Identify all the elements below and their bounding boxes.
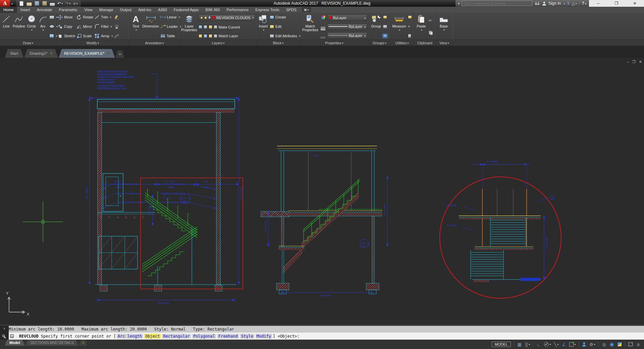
logo-menu-arrow-icon[interactable] — [11, 1, 13, 6]
new-drawing-tab-button[interactable]: + — [116, 50, 124, 58]
panel-label-modify[interactable]: Modify — [56, 40, 129, 46]
file-tab-close-icon[interactable]: ✕ — [107, 52, 110, 55]
file-tab-close-icon[interactable]: ✕ — [50, 52, 53, 55]
panel-label-layers[interactable]: Layers — [180, 40, 257, 46]
command-input-line[interactable]: REVCLOUD Specify first corner point or [… — [9, 333, 644, 340]
layer-freeze-icon[interactable] — [209, 25, 212, 29]
layer-walk-icon[interactable] — [199, 34, 202, 38]
model-tab[interactable]: Model — [5, 340, 25, 346]
annotation-monitor-icon[interactable] — [582, 342, 586, 347]
isometric-drafting-icon[interactable]: ╲ — [554, 342, 558, 347]
tab-home[interactable]: Home — [0, 7, 17, 13]
undo-icon[interactable]: ↶ — [57, 1, 63, 6]
maximize-button[interactable]: ❐ — [611, 1, 622, 6]
new-file-icon[interactable] — [19, 1, 24, 6]
workspace-gear-icon[interactable]: ⚙ — [589, 342, 595, 347]
panel-label-view[interactable]: View — [436, 40, 453, 46]
option-modify[interactable]: Modify — [256, 334, 272, 339]
tab-parametric[interactable]: Parametric — [56, 7, 81, 13]
drawing-restore-icon[interactable]: ❐ — [632, 60, 636, 64]
linetype-list-icon[interactable] — [321, 37, 326, 38]
command-close-icon[interactable]: ✕ — [3, 327, 5, 330]
layer-prev-icon[interactable] — [204, 34, 207, 38]
copy-clip-icon[interactable] — [429, 30, 433, 35]
model-space-button[interactable]: MODEL — [492, 342, 511, 347]
tab-annotate[interactable]: Annotate — [33, 7, 55, 13]
panel-label-properties[interactable]: Properties — [300, 40, 369, 46]
redo-icon[interactable]: ↷ — [65, 1, 70, 6]
search-binoculars-icon[interactable] — [534, 1, 540, 6]
panel-label-clipboard[interactable]: Clipboard — [414, 40, 436, 46]
circle-button[interactable]: Circle — [26, 14, 37, 39]
option-arc-length[interactable]: Arc length — [117, 334, 143, 339]
sign-in-button[interactable]: Sign In — [548, 1, 561, 6]
option-polygonal[interactable]: Polygonal — [192, 334, 216, 339]
base-button[interactable]: Base — [437, 14, 450, 39]
paste-button[interactable]: Paste — [415, 14, 427, 39]
panel-label-annotation[interactable]: Annotation — [129, 40, 180, 46]
lineweight-list-icon[interactable] — [321, 27, 326, 30]
recent-commands-icon[interactable] — [10, 334, 14, 338]
measure-button[interactable]: Measure — [392, 14, 407, 39]
insert-button[interactable]: Insert — [258, 14, 268, 39]
lineweight-dropdown[interactable]: ByLayer — [327, 23, 367, 30]
new-layout-button[interactable]: + — [79, 340, 87, 346]
option-object[interactable]: Object — [144, 334, 161, 339]
plot-icon[interactable] — [50, 1, 55, 6]
customization-icon[interactable]: ≡ — [636, 342, 641, 347]
panel-label-groups[interactable]: Groups — [369, 40, 390, 46]
save-as-icon[interactable] — [42, 1, 47, 6]
arc-button[interactable]: Arc — [38, 14, 48, 39]
qat-customize-icon[interactable]: = — [73, 1, 78, 6]
file-tab-start[interactable]: Start — [5, 49, 23, 58]
cut-icon[interactable]: ✂ — [429, 18, 433, 23]
isolate-objects-icon[interactable]: ◎ — [602, 342, 606, 347]
scale-button[interactable]: Scale — [76, 33, 93, 39]
quick-select-icon[interactable] — [408, 14, 412, 20]
layout-tab-sections-and-details[interactable]: SECTIONS AND DETAILS — [25, 340, 78, 346]
layer-properties-button[interactable]: Layer Properties — [181, 14, 197, 39]
object-snap-icon[interactable] — [569, 342, 576, 347]
option-freehand[interactable]: Freehand — [217, 334, 239, 339]
close-button[interactable]: ✕ — [630, 1, 640, 6]
id-point-icon[interactable]: + — [408, 24, 412, 29]
clean-screen-icon[interactable] — [628, 342, 633, 346]
move-button[interactable]: Move — [58, 14, 75, 20]
erase-icon[interactable] — [114, 14, 119, 20]
ungroup-icon[interactable] — [383, 24, 387, 29]
model-space-viewport[interactable]: EPDM ROOF CONSTRUCTION: EPDM ROOFING MEM… — [0, 58, 644, 325]
a360-icon[interactable]: △ — [572, 1, 577, 6]
hardware-acceleration-icon[interactable] — [617, 342, 622, 347]
array-button[interactable]: Array — [95, 33, 113, 39]
tab-performance[interactable]: Performance — [223, 7, 252, 13]
ortho-mode-icon[interactable]: ∟ — [536, 342, 541, 347]
text-button[interactable]: A Text — [131, 14, 141, 39]
sign-in-arrow-icon[interactable] — [563, 1, 565, 6]
stretch-button[interactable]: Stretch — [58, 33, 75, 39]
object-snap-tracking-icon[interactable]: ∠ — [561, 342, 566, 347]
tab-view[interactable]: View — [81, 7, 96, 13]
block-edit-button[interactable]: Edit — [270, 24, 301, 29]
copy-button[interactable]: Copy — [58, 24, 75, 29]
layer-state-icon[interactable] — [209, 34, 212, 38]
ribbon-collapse-icon[interactable]: ▣ — [302, 7, 311, 12]
tab-bim360[interactable]: BIM 360 — [202, 7, 223, 13]
search-collapse-icon[interactable]: ▸ — [458, 2, 460, 5]
file-tab-revision-example[interactable]: REVISION_EXAMPLE*✕ — [59, 49, 115, 58]
line-button[interactable]: Line — [1, 14, 11, 39]
search-input[interactable] — [462, 1, 532, 6]
linear-dimension-button[interactable]: Linear — [160, 14, 181, 20]
exchange-apps-icon[interactable]: X — [567, 1, 570, 6]
drawing-close-icon[interactable]: ✕ — [639, 60, 642, 64]
layer-off-icon[interactable] — [199, 25, 202, 29]
group-button[interactable]: Group — [370, 14, 382, 39]
polar-tracking-icon[interactable] — [544, 342, 551, 347]
tab-featured-apps[interactable]: Featured Apps — [170, 7, 202, 13]
option-rectangular[interactable]: Rectangular — [162, 334, 191, 339]
make-current-button[interactable]: Make Current — [199, 24, 255, 30]
option-style[interactable]: Style — [240, 334, 254, 339]
tab-spds[interactable]: SPDS — [283, 7, 300, 13]
layer-isolate-icon[interactable] — [204, 25, 207, 29]
graphics-performance-icon[interactable]: ◉ — [609, 341, 614, 347]
layer-lock-icon[interactable] — [214, 25, 217, 29]
